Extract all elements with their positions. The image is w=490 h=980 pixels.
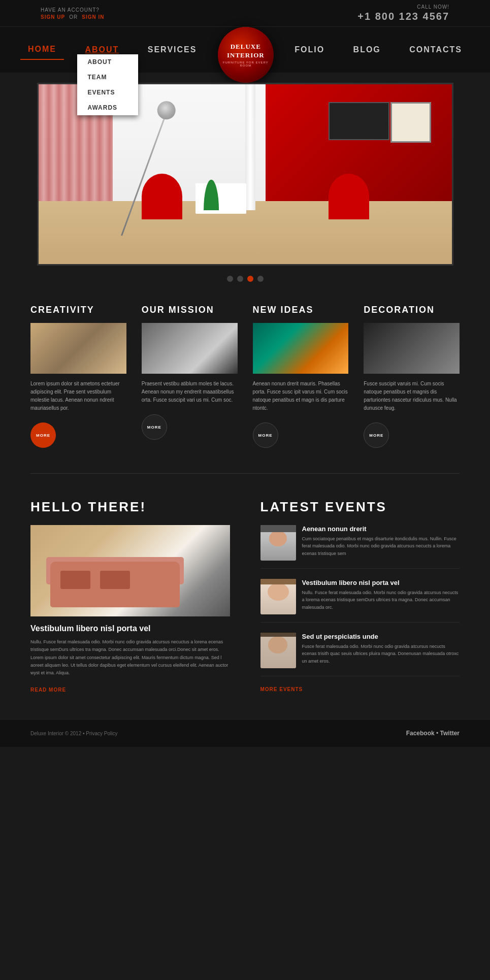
logo-title: Deluxe Interior [218,43,274,60]
event-face-3 [260,633,296,668]
feature-img-4 [364,323,460,374]
logo-circle: Deluxe Interior FURNITURE FOR EVERY ROOM [218,27,274,83]
about-dropdown: ABOUT TEAM EVENTS AWARDS [77,54,138,115]
event-title-3: Sed ut perspiciatis unde [302,633,460,640]
slider-dot-2[interactable] [237,276,243,282]
event-text-3: Fusce ferat malesuada odio. Morbi nunc o… [302,643,460,665]
or-text: OR [69,14,78,20]
event-thumb-3 [260,633,296,668]
event-title-1: Aenean nonun drerit [302,525,460,533]
feature-mission-title: OUR MISSION [142,305,238,315]
slider-dot-4[interactable] [257,276,264,282]
slider-dot-1[interactable] [227,276,233,282]
feature-creativity-image [30,323,126,374]
event-info-1: Aenean nonun drerit Cum sociatoque penat… [302,525,460,561]
dropdown-team[interactable]: TEAM [77,70,138,85]
feature-img-1 [30,323,126,374]
feature-creativity-title: CREATIVITY [30,305,126,315]
hello-image [30,525,230,616]
top-bar-right: CALL NOW! +1 800 123 4567 [357,4,449,22]
slider-dots [0,276,490,282]
events-column: LATEST EVENTS Aenean nonun drerit Cum so… [260,499,460,694]
slider-dot-3[interactable] [247,276,253,282]
nav-blog[interactable]: BLOG [346,40,388,59]
nav-contacts[interactable]: CONTACTS [402,40,470,59]
feature-decoration-image [364,323,460,374]
feature-mission-image [142,323,238,374]
mission-more-button[interactable]: MORE [142,414,167,440]
hello-column: HELLO THERE! Vestibulum libero nisl port… [30,499,230,694]
events-heading: LATEST EVENTS [260,499,460,515]
signup-link[interactable]: SIGN UP [41,14,65,20]
have-account-label: HAVE AN ACCOUNT? [41,7,104,13]
dropdown-awards[interactable]: AWARDS [77,100,138,115]
event-item-2: Vestibulum libero nisl porta vel Nullu. … [260,579,460,623]
dropdown-about[interactable]: ABOUT [77,54,138,70]
feature-ideas-title: NEW IDEAS [253,305,349,315]
footer: Deluxe Interior © 2012 • Privacy Policy … [0,719,490,747]
navigation-wrapper: HOME ABOUT ABOUT TEAM EVENTS AWARDS SERV… [0,27,490,73]
hello-subtitle: Vestibulum libero nisl porta vel [30,624,230,633]
sofa-cushion-1 [60,571,90,589]
main-nav: HOME ABOUT ABOUT TEAM EVENTS AWARDS SERV… [20,27,470,73]
hero-pillar [245,84,255,210]
event-item-1: Aenean nonun drerit Cum sociatoque penat… [260,525,460,569]
logo-subtitle: FURNITURE FOR EVERY ROOM [218,61,274,67]
feature-ideas: NEW IDEAS Aenean nonun drerit mauris. Ph… [253,305,349,448]
feature-ideas-image [253,323,349,374]
more-events-link[interactable]: MORE EVENTS [260,687,460,692]
event-face-2 [260,579,296,614]
event-item-3: Sed ut perspiciatis unde Fusce ferat mal… [260,633,460,676]
phone-number: +1 800 123 4567 [357,11,449,22]
feature-decoration: DECORATION Fusce suscipit varuis mi. Cum… [364,305,460,448]
feature-decoration-text: Fusce suscipit varuis mi. Cum socis nato… [364,380,460,412]
signin-link[interactable]: SIGN IN [82,14,104,20]
decoration-more-button[interactable]: MORE [364,422,389,448]
event-text-2: Nullu. Fusce ferat malesuada odio. Morbi… [302,589,460,611]
dropdown-events[interactable]: EVENTS [77,85,138,100]
nav-services[interactable]: SERVICES [140,40,205,59]
feature-mission: OUR MISSION Praesent vestibu atiblum mol… [142,305,238,448]
event-face-1 [260,525,296,561]
feature-creativity-text: Lorem ipsum dolor sit ametons ectetuer a… [30,380,126,412]
feature-creativity: CREATIVITY Lorem ipsum dolor sit ametons… [30,305,126,448]
creativity-more-button[interactable]: MORE [30,422,56,448]
hero-tv [329,102,389,140]
event-info-2: Vestibulum libero nisl porta vel Nullu. … [302,579,460,614]
section-divider [30,473,460,474]
feature-mission-text: Praesent vestibu atiblum moles tie lacus… [142,380,238,404]
hero-table [195,183,246,214]
feature-img-2 [142,323,238,374]
social-separator: • [436,730,440,737]
twitter-link[interactable]: Twitter [440,730,460,737]
ideas-more-button[interactable]: MORE [253,422,278,448]
nav-home[interactable]: HOME [20,40,64,60]
nav-logo: Deluxe Interior FURNITURE FOR EVERY ROOM [218,22,274,78]
hero-picture [390,102,431,143]
sofa-cushion-2 [100,571,130,589]
event-thumb-1 [260,525,296,561]
event-text-1: Cum sociatoque penatibus et mags disartu… [302,535,460,557]
feature-ideas-text: Aenean nonun drerit mauris. Phasellas po… [253,380,349,412]
footer-copyright: Deluxe Interior © 2012 • Privacy Policy [30,731,118,736]
features-section: CREATIVITY Lorem ipsum dolor sit ametons… [0,289,490,463]
event-title-2: Vestibulum libero nisl porta vel [302,579,460,586]
call-now-label: CALL NOW! [357,4,449,10]
nav-about-wrapper: ABOUT ABOUT TEAM EVENTS AWARDS [77,45,126,54]
top-bar-left: HAVE AN ACCOUNT? SIGN UP OR SIGN IN [41,7,104,20]
hello-text: Nullu. Fusce ferat malesuada odio. Morbi… [30,638,230,677]
feature-decoration-title: DECORATION [364,305,460,315]
hello-heading: HELLO THERE! [30,499,230,515]
feature-img-3 [253,323,349,374]
event-thumb-2 [260,579,296,614]
nav-folio[interactable]: FOLIO [287,40,332,59]
read-more-link[interactable]: READ MORE [30,687,66,693]
bottom-section: HELLO THERE! Vestibulum libero nisl port… [0,484,490,709]
hero-chair-left [142,174,182,219]
footer-social: Facebook • Twitter [406,730,460,737]
facebook-link[interactable]: Facebook [406,730,435,737]
hero-chair-right [329,174,369,219]
event-info-3: Sed ut perspiciatis unde Fusce ferat mal… [302,633,460,668]
